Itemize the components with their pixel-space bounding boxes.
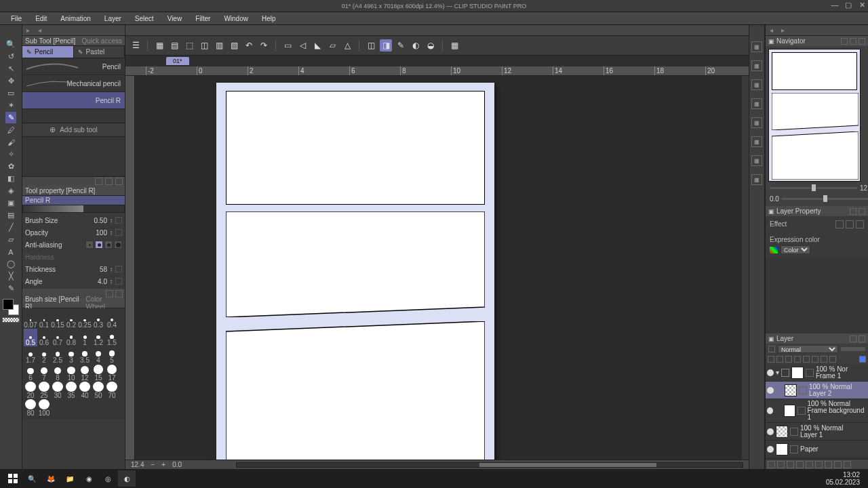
magnify-tool[interactable]: 🔍 — [5, 39, 16, 50]
brush-size-3.5[interactable]: 3.5 — [78, 346, 92, 364]
frame-tool[interactable]: ▱ — [5, 234, 16, 245]
brush-size-40[interactable]: 40 — [78, 382, 92, 399]
cmd-snap-1[interactable]: ◫ — [365, 39, 377, 52]
menu-animation[interactable]: Animation — [54, 14, 97, 24]
cmd-undo-icon[interactable]: ↶ — [243, 39, 255, 52]
search-icon[interactable]: 🔍 — [23, 470, 41, 487]
opacity-spinner[interactable]: ▴▾ — [108, 228, 114, 237]
effect-tone-icon[interactable] — [846, 220, 854, 228]
rc-icon-3[interactable]: ▦ — [751, 79, 762, 90]
opacity-row[interactable]: Opacity 100 ▴▾ — [25, 226, 122, 239]
horizontal-scrollbar[interactable] — [236, 462, 743, 468]
cmd-new-icon[interactable]: ☰ — [130, 39, 142, 52]
brush-size-4[interactable]: 4 — [92, 346, 105, 364]
brush-size-1.5[interactable]: 1.5 — [105, 329, 119, 346]
csp-taskbar-icon[interactable]: ◐ — [118, 470, 136, 487]
brush-size-15[interactable]: 15 — [92, 364, 105, 382]
pencil-tool[interactable]: ✎ — [5, 112, 16, 123]
fill-tool[interactable]: ▣ — [5, 197, 16, 209]
layer-name[interactable]: Frame background 1 — [808, 407, 867, 421]
layer-name[interactable]: Frame 1 — [816, 373, 848, 380]
add-subtool-row[interactable]: ⊕ Add sub tool — [22, 123, 125, 137]
brush-size-0.7[interactable]: 0.7 — [51, 329, 64, 346]
rc-icon-7[interactable]: ▦ — [751, 155, 762, 166]
layer-lock-icon[interactable] — [768, 346, 775, 352]
subtool-tab-pencil[interactable]: ✎ Pencil — [22, 46, 74, 58]
rc-icon-4[interactable]: ▦ — [751, 98, 762, 109]
brush-size-0.5[interactable]: 0.5 — [24, 329, 37, 346]
chevron-down-icon[interactable]: ▾ — [776, 369, 779, 376]
subtool-tab-pastel[interactable]: ✎ Pastel — [74, 46, 125, 58]
brush-tool[interactable]: 🖌 — [5, 136, 16, 148]
transparent-swatch[interactable] — [2, 317, 20, 323]
subtool-item-mechanical[interactable]: Mechanical pencil — [22, 75, 125, 92]
cmd-select-icon[interactable]: ⬚ — [183, 39, 195, 52]
menu-select[interactable]: Select — [128, 14, 161, 24]
effect-layercolor-icon[interactable] — [856, 220, 864, 228]
operation-tool[interactable]: ↖ — [5, 63, 16, 75]
navigator-zoom-slider[interactable] — [770, 187, 857, 189]
subtool-pane-header[interactable]: Sub Tool [Pencil] Quick access — [22, 36, 125, 46]
layer-name[interactable]: Paper — [800, 446, 818, 453]
brush-size-35[interactable]: 35 — [64, 382, 78, 399]
document-tab[interactable]: 01* — [166, 57, 189, 65]
brush-size-10[interactable]: 10 — [64, 364, 78, 382]
maximize-icon[interactable]: ▢ — [844, 0, 853, 9]
app-icon-1[interactable]: ◉ — [80, 470, 98, 487]
start-icon[interactable] — [4, 470, 22, 487]
cmd-sel-c[interactable]: ◣ — [311, 39, 323, 52]
brush-size-100[interactable]: 100 — [37, 399, 51, 417]
move-layer-tool[interactable]: ✥ — [5, 75, 16, 87]
layer-mask-icon[interactable] — [797, 407, 805, 415]
brush-size-30[interactable]: 30 — [51, 382, 64, 399]
brush-size-6[interactable]: 6 — [24, 364, 37, 382]
brush-size-12[interactable]: 12 — [78, 364, 92, 382]
comic-panel-2[interactable] — [226, 211, 485, 317]
balloon-tool[interactable]: ◯ — [5, 258, 16, 270]
layer-thumbnail[interactable] — [791, 367, 804, 379]
cmd-snap-active[interactable]: ◨ — [380, 39, 392, 52]
decoration-tool[interactable]: ✿ — [5, 161, 16, 172]
brush-size-1.2[interactable]: 1.2 — [92, 329, 105, 346]
menu-edit[interactable]: Edit — [28, 14, 54, 24]
brush-size-0.15[interactable]: 0.15 — [51, 311, 64, 329]
vertical-scrollbar-thumb[interactable] — [743, 239, 748, 320]
brush-size-0.4[interactable]: 0.4 — [105, 311, 119, 329]
rc-icon-2[interactable]: ▦ — [751, 60, 762, 71]
brush-size-2[interactable]: 2 — [37, 346, 51, 364]
visibility-icon[interactable] — [767, 369, 774, 376]
cmd-snap-3[interactable]: ✎ — [395, 39, 407, 52]
gradient-tool[interactable]: ▤ — [5, 209, 16, 221]
antialias-options[interactable] — [85, 241, 122, 249]
layer-thumbnail[interactable] — [776, 443, 788, 455]
opacity-dyn-icon[interactable] — [115, 229, 122, 236]
brush-size-1[interactable]: 1 — [78, 329, 92, 346]
cmd-snap-4[interactable]: ◐ — [410, 39, 422, 52]
layer-row[interactable]: 100 % NormalFrame background 1 — [766, 399, 868, 423]
brush-size-2.5[interactable]: 2.5 — [51, 346, 64, 364]
brush-size-1.7[interactable]: 1.7 — [24, 346, 37, 364]
menu-view[interactable]: View — [161, 14, 189, 24]
menu-filter[interactable]: Filter — [189, 14, 217, 24]
move-tool[interactable]: ↺ — [5, 51, 16, 62]
brush-size-50[interactable]: 50 — [92, 382, 105, 399]
brush-size-spinner[interactable]: ▴▾ — [108, 216, 114, 224]
airbrush-tool[interactable]: ✧ — [5, 148, 16, 160]
layer-row[interactable]: 100 % NormalLayer 1 — [766, 423, 868, 441]
visibility-icon[interactable] — [767, 407, 773, 414]
brush-size-row[interactable]: Brush Size 0.50 ▴▾ — [25, 214, 122, 226]
layer-row[interactable]: 100 % NormalLayer 2 — [766, 382, 868, 399]
brush-size-17[interactable]: 17 — [105, 364, 119, 382]
layer-mask-icon[interactable] — [806, 369, 814, 377]
brush-size-0.1[interactable]: 0.1 — [37, 311, 51, 329]
visibility-icon[interactable] — [767, 446, 774, 453]
brush-size-7[interactable]: 7 — [37, 364, 51, 382]
menu-window[interactable]: Window — [217, 14, 255, 24]
cmd-sel-a[interactable]: ▭ — [281, 39, 294, 52]
firefox-icon[interactable]: 🦊 — [42, 470, 60, 487]
menu-help[interactable]: Help — [255, 14, 283, 24]
brush-size-0.8[interactable]: 0.8 — [64, 329, 78, 346]
collapsed-pane-strip[interactable]: ▸◂ — [22, 25, 125, 36]
brush-size-5[interactable]: 5 — [105, 346, 119, 364]
cmd-sel3-icon[interactable]: ▥ — [213, 39, 225, 52]
